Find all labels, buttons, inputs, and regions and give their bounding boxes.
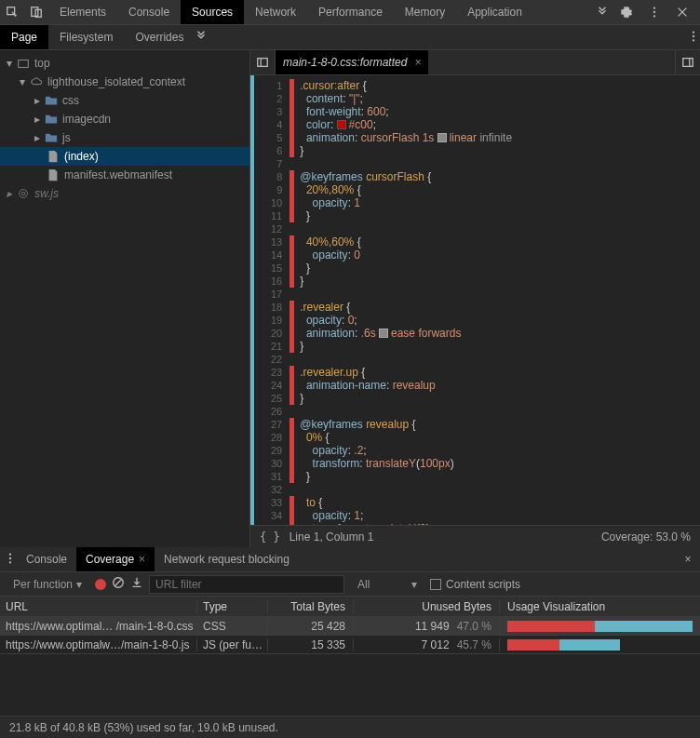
sub-tab-overrides[interactable]: Overrides [124,25,195,49]
svg-point-7 [693,34,694,36]
devtools-topbar: ElementsConsoleSourcesNetworkPerformance… [0,0,700,25]
coverage-pct: Coverage: 53.0 % [601,530,691,543]
top-tab-sources[interactable]: Sources [181,0,244,24]
svg-point-8 [693,39,694,41]
coverage-mode-dropdown[interactable]: Per function▾ [6,576,89,593]
subbar-kebab-icon[interactable] [687,30,700,46]
svg-point-17 [9,557,11,558]
tree-folder-css[interactable]: ▸css [0,91,249,110]
svg-point-11 [21,192,25,195]
tree-context-label: lighthouse_isolated_context [47,75,185,88]
drawer-tab-coverage[interactable]: Coverage× [76,547,155,571]
drawer-tab-console[interactable]: Console [17,547,76,571]
th-unused[interactable]: Unused Bytes [354,600,500,613]
content-scripts-checkbox[interactable]: Content scripts [430,578,520,591]
svg-point-6 [693,31,694,33]
coverage-toolbar: Per function▾ All▾ Content scripts [0,572,700,597]
svg-rect-12 [258,59,268,67]
tree-folder-js[interactable]: ▸js [0,128,249,147]
top-tab-console[interactable]: Console [117,0,181,24]
sub-tab-page[interactable]: Page [0,25,48,49]
th-viz[interactable]: Usage Visualization [500,600,700,613]
svg-point-5 [653,15,655,17]
tree-folder-imagecdn[interactable]: ▸imagecdn [0,110,249,128]
svg-point-3 [653,7,655,8]
tree-manifest-label: manifest.webmanifest [64,168,172,181]
file-tab[interactable]: main-1-8-0.css:formatted× [276,50,428,74]
svg-point-4 [653,11,655,13]
top-tab-memory[interactable]: Memory [394,0,456,24]
svg-line-20 [115,580,122,586]
close-tab-icon[interactable]: × [414,56,421,69]
close-drawer-icon[interactable]: × [676,553,700,566]
coverage-table: URL Type Total Bytes Unused Bytes Usage … [0,597,700,654]
top-tab-network[interactable]: Network [244,0,307,24]
code-editor[interactable]: 1234567891011121314151617181920212223242… [250,75,700,525]
tree-sw[interactable]: ▸sw.js [0,184,249,203]
tree-root[interactable]: ▾top [0,54,249,73]
hide-sidebar-icon[interactable] [250,50,276,75]
sources-subbar: PageFilesystemOverrides [0,25,700,50]
close-drawer-tab-icon[interactable]: × [139,553,145,566]
tree-manifest[interactable]: manifest.webmanifest [0,166,249,184]
editor-statusbar: { }Line 1, Column 1 Coverage: 53.0 % [250,525,700,547]
coverage-row[interactable]: https://www.optimalw…/main-1-8-0.jsJS (p… [0,636,700,654]
svg-rect-9 [19,60,29,68]
url-filter-input[interactable] [149,575,344,594]
coverage-footer: 21.8 kB of 40.8 kB (53%) used so far, 19… [0,716,700,738]
tree-context[interactable]: ▾lighthouse_isolated_context [0,73,249,91]
svg-point-18 [9,561,11,563]
sub-tab-filesystem[interactable]: Filesystem [48,25,124,49]
settings-gear-icon[interactable] [614,0,639,24]
drawer-kebab-icon[interactable] [4,552,17,568]
inspect-element-icon[interactable] [0,0,24,24]
tree-sw-label: sw.js [34,187,59,200]
th-url[interactable]: URL [0,600,197,613]
record-icon[interactable] [95,579,106,590]
th-type[interactable]: Type [197,600,268,613]
svg-rect-1 [32,7,38,17]
close-devtools-icon[interactable] [670,0,694,24]
file-tab-label: main-1-8-0.css:formatted [283,56,407,69]
svg-rect-14 [683,59,693,67]
file-tree[interactable]: ▾top ▾lighthouse_isolated_context ▸css▸i… [0,50,250,547]
svg-point-10 [20,190,28,198]
tree-index-label: (index) [64,150,99,163]
tree-index[interactable]: (index) [0,147,249,166]
clear-icon[interactable] [112,576,125,592]
top-tab-performance[interactable]: Performance [307,0,394,24]
more-subtabs-icon[interactable] [195,30,208,46]
device-toggle-icon[interactable] [24,0,48,24]
drawer-tab-network-request-blocking[interactable]: Network request blocking [155,547,299,571]
tree-root-label: top [34,57,50,70]
drawer: ConsoleCoverage×Network request blocking… [0,547,700,738]
editor-area: main-1-8-0.css:formatted× 12345678910111… [250,50,700,547]
top-tab-elements[interactable]: Elements [48,0,117,24]
top-tab-application[interactable]: Application [456,0,533,24]
coverage-row[interactable]: https://www.optimal… /main-1-8-0.cssCSS2… [0,617,700,636]
cursor-pos: Line 1, Column 1 [289,530,374,543]
svg-point-16 [9,553,11,555]
kebab-menu-icon[interactable] [642,0,666,24]
export-icon[interactable] [130,576,143,592]
pretty-print-icon[interactable]: { } [260,530,280,543]
show-debugger-icon[interactable] [675,50,700,75]
th-total[interactable]: Total Bytes [268,600,354,613]
more-tabs-icon[interactable] [590,0,614,24]
type-filter-dropdown[interactable]: All▾ [350,576,424,593]
